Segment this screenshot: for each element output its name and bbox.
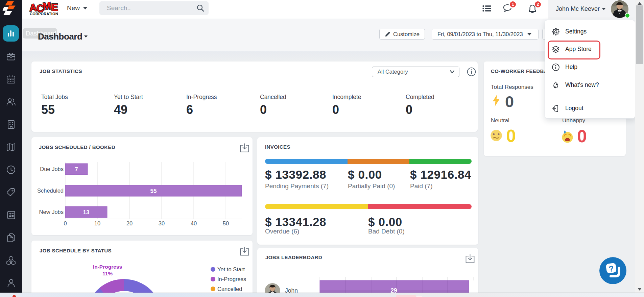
svg-text:0: 0: [64, 220, 67, 226]
svg-text:7: 7: [75, 166, 78, 173]
svg-text:50: 50: [223, 220, 229, 226]
svg-text:20: 20: [126, 220, 133, 226]
svg-text:10: 10: [94, 220, 100, 226]
svg-text:55: 55: [150, 188, 157, 194]
svg-text:Due Jobs: Due Jobs: [40, 166, 64, 172]
svg-text:Scheduled: Scheduled: [37, 188, 64, 194]
svg-text:New Jobs: New Jobs: [39, 209, 64, 215]
svg-text:40: 40: [191, 220, 197, 226]
svg-text:CORPORATION: CORPORATION: [30, 12, 58, 16]
svg-text:13: 13: [83, 209, 90, 216]
svg-text:30: 30: [159, 220, 165, 226]
